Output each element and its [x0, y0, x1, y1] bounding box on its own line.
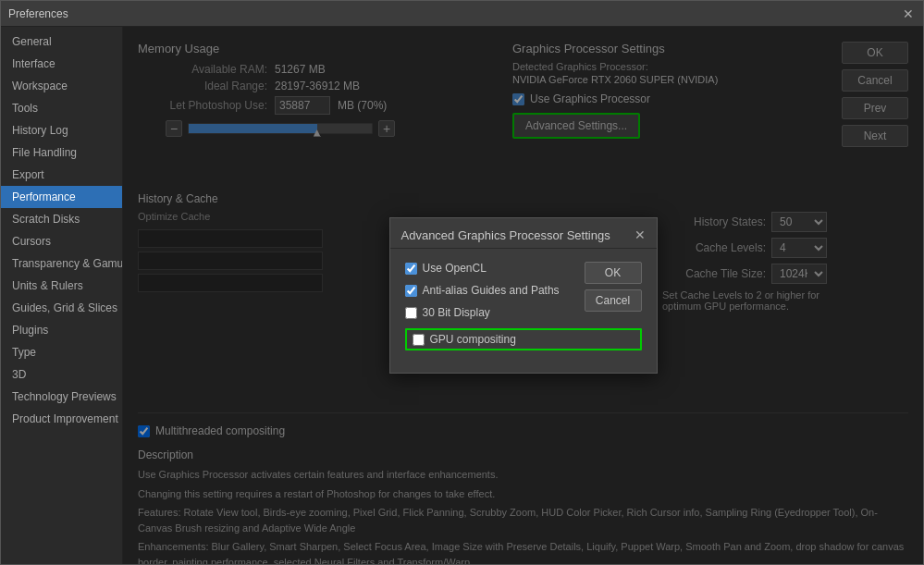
bit30-label: 30 Bit Display: [423, 306, 490, 319]
sidebar-item-file-handling[interactable]: File Handling: [1, 141, 122, 164]
sidebar-item-product-improvement[interactable]: Product Improvement: [1, 408, 122, 430]
modal-title-bar: Advanced Graphics Processor Settings ✕: [390, 218, 657, 249]
anti-alias-label: Anti-alias Guides and Paths: [423, 284, 560, 297]
modal-overlay: Advanced Graphics Processor Settings ✕ U…: [123, 27, 923, 564]
sidebar-item-units-rulers[interactable]: Units & Rulers: [1, 275, 122, 297]
anti-alias-checkbox[interactable]: [405, 285, 417, 297]
gpu-compositing-checkbox[interactable]: [413, 334, 425, 346]
advanced-gpu-modal: Advanced Graphics Processor Settings ✕ U…: [389, 217, 658, 374]
sidebar-item-guides-grid-slices[interactable]: Guides, Grid & Slices: [1, 297, 122, 319]
sidebar-item-3d[interactable]: 3D: [1, 363, 122, 386]
sidebar-item-workspace[interactable]: Workspace: [1, 75, 122, 97]
modal-title: Advanced Graphics Processor Settings: [401, 228, 610, 242]
modal-close-button[interactable]: ✕: [634, 227, 646, 242]
sidebar-item-type[interactable]: Type: [1, 341, 122, 363]
sidebar-item-plugins[interactable]: Plugins: [1, 319, 122, 341]
modal-buttons: OK Cancel: [585, 262, 642, 312]
sidebar-item-cursors[interactable]: Cursors: [1, 230, 122, 252]
sidebar-item-transparency-gamut[interactable]: Transparency & Gamut: [1, 252, 122, 275]
use-opencl-label: Use OpenCL: [423, 262, 487, 275]
sidebar-item-history-log[interactable]: History Log: [1, 119, 122, 141]
main-content: General Interface Workspace Tools Histor…: [1, 27, 923, 564]
sidebar-item-scratch-disks[interactable]: Scratch Disks: [1, 208, 122, 230]
gpu-compositing-row: GPU compositing: [405, 328, 642, 350]
modal-content-wrapper: Use OpenCL Anti-alias Guides and Paths 3…: [390, 249, 657, 373]
sidebar-item-tools[interactable]: Tools: [1, 97, 122, 119]
preferences-window: Preferences ✕ General Interface Workspac…: [0, 0, 924, 565]
window-close-button[interactable]: ✕: [901, 6, 916, 21]
sidebar: General Interface Workspace Tools Histor…: [1, 27, 123, 564]
sidebar-item-export[interactable]: Export: [1, 164, 122, 186]
modal-ok-button[interactable]: OK: [585, 262, 642, 284]
title-bar: Preferences ✕: [1, 1, 923, 27]
gpu-compositing-label: GPU compositing: [430, 333, 516, 346]
window-title: Preferences: [8, 7, 68, 20]
bit30-checkbox[interactable]: [405, 307, 417, 319]
sidebar-item-technology-previews[interactable]: Technology Previews: [1, 386, 122, 408]
modal-cancel-button[interactable]: Cancel: [585, 289, 642, 312]
sidebar-item-interface[interactable]: Interface: [1, 53, 122, 75]
use-opencl-checkbox[interactable]: [405, 263, 417, 275]
content-area: OK Cancel Prev Next Memory Usage Availab…: [123, 27, 923, 564]
sidebar-item-performance[interactable]: Performance: [1, 186, 122, 208]
sidebar-item-general[interactable]: General: [1, 31, 122, 53]
